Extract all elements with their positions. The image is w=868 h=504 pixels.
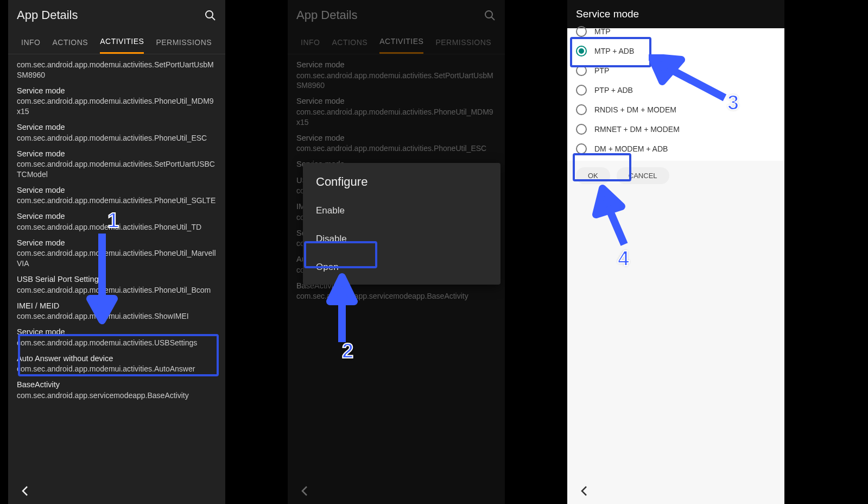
activity-class: com.sec.android.app.modemui.activities.S… bbox=[296, 71, 496, 91]
activity-class: com.sec.android.app.modemui.activities.S… bbox=[17, 311, 217, 322]
activity-class: com.sec.android.app.modemui.activities.P… bbox=[17, 133, 217, 143]
activity-title: Service mode bbox=[17, 86, 217, 97]
radio-option[interactable]: RMNET + DM + MODEM bbox=[567, 119, 784, 139]
activity-title: Service mode bbox=[17, 185, 217, 196]
radio-option[interactable]: PTP bbox=[567, 61, 784, 80]
activity-title: Service mode bbox=[296, 96, 496, 107]
activity-class: com.sec.android.app.modemui.activities.P… bbox=[17, 285, 217, 295]
activity-item[interactable]: Service mode com.sec.android.app.modemui… bbox=[8, 83, 225, 119]
svg-line-1 bbox=[212, 17, 216, 21]
activity-item[interactable]: com.sec.android.app.modemui.activities.S… bbox=[8, 56, 225, 83]
activity-class: com.sec.android.app.modemui.activities.P… bbox=[17, 196, 217, 206]
activity-title: Service mode bbox=[17, 211, 217, 222]
svg-point-0 bbox=[206, 11, 213, 18]
dialog-buttons: OK CANCEL bbox=[567, 161, 784, 191]
service-mode-options: MTP MTP + ADB PTP PTP + ADB RNDIS + DM +… bbox=[567, 28, 784, 161]
dialog-item-open[interactable]: Open bbox=[303, 253, 500, 281]
radio-label: PTP bbox=[594, 66, 609, 75]
ok-button[interactable]: OK bbox=[576, 167, 610, 184]
screenshot-3: Service mode MTP MTP + ADB PTP PTP + ADB… bbox=[567, 0, 784, 504]
cancel-button[interactable]: CANCEL bbox=[617, 167, 669, 184]
activity-title: USB Serial Port Setting bbox=[17, 274, 217, 285]
activity-class: com.sec.android.app.modemui.activities.P… bbox=[17, 248, 217, 269]
radio-icon bbox=[576, 124, 587, 135]
back-icon[interactable] bbox=[19, 484, 32, 497]
screenshot-1: App Details INFO ACTIONS ACTIVITIES PERM… bbox=[8, 0, 225, 504]
tab-activities[interactable]: ACTIVITIES bbox=[100, 30, 144, 54]
radio-option[interactable]: DM + MODEM + ADB bbox=[567, 139, 784, 159]
radio-icon bbox=[576, 65, 587, 76]
tab-permissions[interactable]: PERMISSIONS bbox=[156, 32, 212, 53]
activity-class: com.sec.android.app.modemui.activities.A… bbox=[17, 364, 217, 374]
activity-title: Service mode bbox=[17, 122, 217, 133]
activity-item[interactable]: Service mode com.sec.android.app.modemui… bbox=[8, 146, 225, 182]
activity-item[interactable]: USB Serial Port Setting com.sec.android.… bbox=[8, 271, 225, 297]
activity-class: com.sec.android.app.servicemodeapp.BaseA… bbox=[17, 390, 217, 401]
dialog-title: Configure bbox=[303, 173, 500, 197]
tab-permissions[interactable]: PERMISSIONS bbox=[435, 32, 491, 53]
svg-line-3 bbox=[492, 17, 495, 21]
screenshot-2: App Details INFO ACTIONS ACTIVITIES PERM… bbox=[288, 0, 505, 504]
activity-item: Service mode com.sec.android.app.modemui… bbox=[288, 93, 505, 129]
radio-option[interactable]: RNDIS + DM + MODEM bbox=[567, 100, 784, 119]
page-title: App Details bbox=[296, 8, 483, 22]
page-title: App Details bbox=[17, 8, 204, 22]
activity-class: com.sec.android.app.modemui.activities.P… bbox=[296, 107, 496, 128]
radio-option[interactable]: PTP + ADB bbox=[567, 80, 784, 100]
activity-item[interactable]: Auto Answer without device com.sec.andro… bbox=[8, 350, 225, 376]
radio-label: PTP + ADB bbox=[594, 86, 633, 94]
activity-title: Auto Answer without device bbox=[17, 354, 217, 364]
radio-option[interactable]: MTP bbox=[567, 22, 784, 41]
radio-label: MTP bbox=[594, 27, 611, 36]
dialog-item-enable[interactable]: Enable bbox=[303, 197, 500, 225]
radio-label: MTP + ADB bbox=[594, 47, 634, 55]
activity-item[interactable]: IMEI / MEID com.sec.android.app.modemui.… bbox=[8, 298, 225, 324]
activity-item[interactable]: Service mode com.sec.android.app.modemui… bbox=[8, 235, 225, 271]
activity-item[interactable]: Service mode com.sec.android.app.modemui… bbox=[8, 208, 225, 234]
activity-title: Service mode bbox=[17, 149, 217, 160]
radio-icon bbox=[576, 46, 587, 56]
activity-item[interactable]: Service mode com.sec.android.app.modemui… bbox=[8, 324, 225, 350]
nav-bar bbox=[288, 478, 505, 504]
nav-bar bbox=[8, 478, 225, 504]
tab-actions[interactable]: ACTIONS bbox=[332, 32, 368, 53]
radio-icon bbox=[576, 26, 587, 37]
activity-title: Service mode bbox=[17, 238, 217, 249]
tabs: INFO ACTIONS ACTIVITIES PERMISSIONS bbox=[8, 30, 225, 54]
tab-info[interactable]: INFO bbox=[21, 32, 40, 53]
activity-item[interactable]: Service mode com.sec.android.app.modemui… bbox=[8, 182, 225, 208]
search-icon[interactable] bbox=[204, 9, 217, 22]
activity-title: Service mode bbox=[296, 60, 496, 71]
activity-class: com.sec.android.app.modemui.activities.U… bbox=[17, 338, 217, 348]
activity-class: com.sec.android.app.modemui.activities.P… bbox=[17, 222, 217, 232]
activities-list[interactable]: com.sec.android.app.modemui.activities.S… bbox=[8, 54, 225, 402]
activity-title: Service mode bbox=[17, 327, 217, 338]
page-title: Service mode bbox=[576, 8, 639, 20]
activity-item[interactable]: Service mode com.sec.android.app.modemui… bbox=[8, 119, 225, 145]
activity-class: com.sec.android.app.servicemodeapp.BaseA… bbox=[296, 291, 496, 301]
activity-title: BaseActivity bbox=[17, 380, 217, 390]
activity-class: com.sec.android.app.modemui.activities.S… bbox=[17, 159, 217, 180]
appbar: App Details bbox=[8, 0, 225, 30]
appbar: App Details bbox=[288, 0, 505, 30]
dialog-item-disable[interactable]: Disable bbox=[303, 225, 500, 253]
activity-class: com.sec.android.app.modemui.activities.P… bbox=[17, 96, 217, 117]
activity-item: Service mode com.sec.android.app.modemui… bbox=[288, 56, 505, 93]
tabs: INFO ACTIONS ACTIVITIES PERMISSIONS bbox=[288, 30, 505, 54]
activity-class: com.sec.android.app.modemui.activities.P… bbox=[296, 143, 496, 154]
activity-item[interactable]: BaseActivity com.sec.android.app.service… bbox=[8, 376, 225, 402]
activity-title: IMEI / MEID bbox=[17, 301, 217, 312]
back-icon[interactable] bbox=[299, 484, 312, 497]
tab-info[interactable]: INFO bbox=[301, 32, 320, 53]
radio-label: RMNET + DM + MODEM bbox=[594, 125, 680, 134]
nav-bar bbox=[567, 478, 784, 504]
tab-actions[interactable]: ACTIONS bbox=[52, 32, 88, 53]
tab-activities[interactable]: ACTIVITIES bbox=[379, 30, 423, 54]
activity-class: com.sec.android.app.modemui.activities.S… bbox=[17, 60, 217, 80]
radio-icon bbox=[576, 104, 587, 115]
back-icon[interactable] bbox=[578, 484, 591, 497]
radio-label: RNDIS + DM + MODEM bbox=[594, 105, 676, 114]
search-icon[interactable] bbox=[483, 9, 496, 22]
radio-option[interactable]: MTP + ADB bbox=[567, 41, 784, 61]
activity-item: Service mode com.sec.android.app.modemui… bbox=[288, 130, 505, 156]
